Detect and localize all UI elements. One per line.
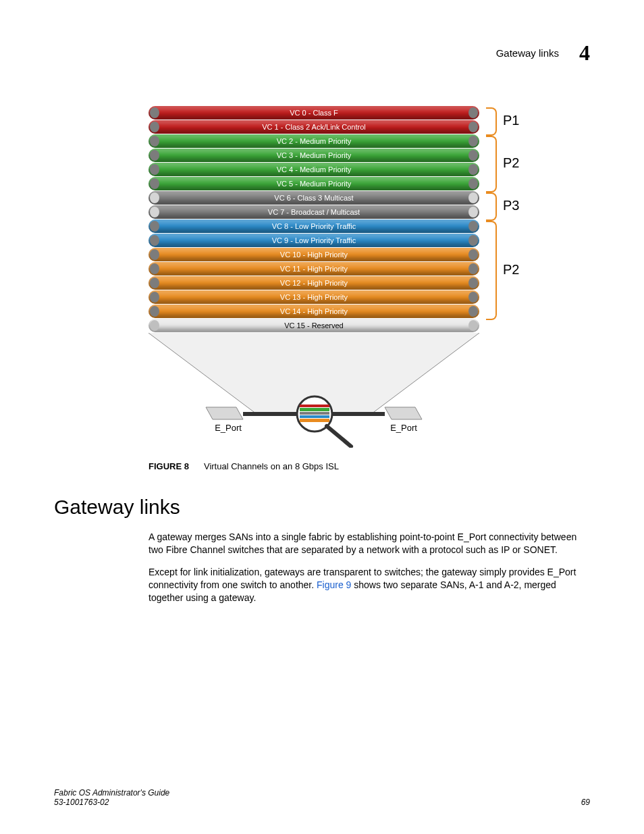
svg-rect-7 (300, 412, 329, 415)
vc-bar: VC 4 - Medium Priority (149, 163, 479, 176)
figure-caption: FIGURE 8Virtual Channels on an 8 Gbps IS… (149, 461, 590, 471)
vc-bar: VC 2 - Medium Priority (149, 134, 479, 148)
footer-docnum: 53-1001763-02 (54, 798, 169, 807)
page-footer: Fabric OS Administrator's Guide 53-10017… (54, 788, 590, 807)
body-text: A gateway merges SANs into a single fabr… (149, 531, 590, 604)
vc-bar: VC 12 - High Priority (149, 276, 479, 290)
vc-bar: VC 7 - Broadcast / Multicast (149, 205, 479, 219)
vc-bar: VC 6 - Class 3 Multicast (149, 191, 479, 205)
vc-bar: VC 9 - Low Priority Traffic (149, 234, 479, 247)
vc-bar: VC 14 - High Priority (149, 305, 479, 318)
svg-marker-1 (206, 407, 243, 419)
vc-bar: VC 10 - High Priority (149, 248, 479, 261)
figure-9-link[interactable]: Figure 9 (317, 579, 351, 590)
vc-bar: VC 13 - High Priority (149, 290, 479, 304)
svg-marker-3 (385, 407, 422, 419)
section-heading: Gateway links (54, 496, 590, 519)
vc-bar: VC 1 - Class 2 Ack/Link Control (149, 120, 479, 134)
vc-bar: VC 8 - Low Priority Traffic (149, 219, 479, 233)
vc-bar: VC 3 - Medium Priority (149, 149, 479, 162)
svg-rect-9 (300, 419, 329, 422)
eport-right-label: E_Port (390, 423, 417, 433)
figure-8: VC 0 - Class FVC 1 - Class 2 Ack/Link Co… (149, 106, 590, 448)
figure-caption-text: Virtual Channels on an 8 Gbps ISL (204, 461, 339, 471)
magnifier-diagram: E_Port E_Port (149, 333, 590, 448)
paragraph-1: A gateway merges SANs into a single fabr… (149, 531, 590, 556)
vc-bar: VC 0 - Class F (149, 106, 479, 120)
page-header: Gateway links 4 (54, 41, 590, 66)
footer-page: 69 (581, 798, 590, 807)
svg-line-10 (327, 426, 351, 446)
eport-left-label: E_Port (215, 423, 242, 433)
vc-bar: VC 11 - High Priority (149, 262, 479, 276)
svg-rect-8 (300, 415, 329, 418)
svg-rect-5 (300, 405, 329, 407)
figure-number: FIGURE 8 (149, 461, 189, 471)
header-section: Gateway links (496, 47, 559, 59)
paragraph-2: Except for link initialization, gateways… (149, 566, 590, 604)
vc-bar-stack: VC 0 - Class FVC 1 - Class 2 Ack/Link Co… (149, 106, 479, 332)
vc-bar: VC 15 - Reserved (149, 319, 479, 332)
footer-title: Fabric OS Administrator's Guide (54, 788, 169, 798)
header-chapter: 4 (579, 41, 590, 66)
svg-rect-6 (300, 408, 329, 411)
vc-bar: VC 5 - Medium Priority (149, 177, 479, 190)
